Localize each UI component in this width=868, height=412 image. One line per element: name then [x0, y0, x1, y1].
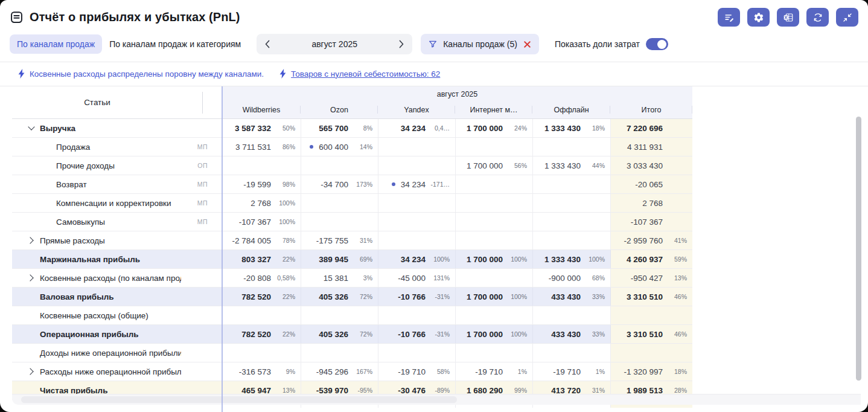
- column-header-2[interactable]: Ozon: [301, 101, 378, 118]
- value-cell[interactable]: 433 43033%: [532, 325, 610, 343]
- value-cell[interactable]: 3 711 53186%: [222, 138, 301, 156]
- column-header-6[interactable]: Итого: [610, 101, 692, 118]
- value-cell[interactable]: 1 333 430100%: [532, 250, 610, 268]
- value-cell[interactable]: 34 2340,4…: [378, 119, 455, 137]
- value-cell[interactable]: 389 94569%: [301, 250, 378, 268]
- tab-by-channels-and-categories[interactable]: По каналам продаж и категориям: [102, 34, 248, 54]
- value-cell[interactable]: -2 784 00578%: [222, 231, 301, 249]
- value-cell[interactable]: [222, 156, 301, 175]
- value-cell[interactable]: 34 234-171…: [378, 175, 455, 193]
- value-cell[interactable]: 7 220 696: [610, 119, 692, 137]
- value-cell[interactable]: -316 5739%: [222, 362, 301, 381]
- value-cell[interactable]: -10 766-31%: [378, 325, 455, 343]
- value-cell[interactable]: -20 065: [610, 175, 692, 193]
- value-cell[interactable]: [378, 213, 455, 231]
- value-cell[interactable]: 1 700 00024%: [455, 119, 532, 137]
- column-header-1[interactable]: Wildberries: [222, 101, 301, 118]
- value-cell[interactable]: [532, 194, 610, 212]
- notice-zero-cost-link[interactable]: Товаров с нулевой себестоимостью: 62: [279, 69, 440, 79]
- value-cell[interactable]: [378, 306, 455, 324]
- value-cell[interactable]: [222, 344, 301, 362]
- value-cell[interactable]: 4 260 93759%: [610, 250, 692, 268]
- value-cell[interactable]: -45 000131%: [378, 269, 455, 287]
- value-cell[interactable]: [455, 231, 532, 249]
- value-cell[interactable]: 2 768: [610, 194, 692, 212]
- chevron-right-icon[interactable]: [28, 275, 40, 281]
- value-cell[interactable]: [455, 306, 532, 324]
- value-cell[interactable]: 1 700 000100%: [455, 250, 532, 268]
- next-period-icon[interactable]: [398, 39, 404, 49]
- export-excel-button[interactable]: [777, 8, 799, 27]
- value-cell[interactable]: 4 311 931: [610, 138, 692, 156]
- value-cell[interactable]: 34 234100%: [378, 250, 455, 268]
- value-cell[interactable]: 782 52022%: [222, 288, 301, 306]
- value-cell[interactable]: [532, 344, 610, 362]
- value-cell[interactable]: [301, 306, 378, 324]
- value-cell[interactable]: -19 71058%: [378, 362, 455, 381]
- value-cell[interactable]: 1 700 000100%: [455, 325, 532, 343]
- value-cell[interactable]: 565 7008%: [301, 119, 378, 137]
- edit-columns-button[interactable]: [718, 8, 740, 27]
- value-cell[interactable]: 405 32672%: [301, 325, 378, 343]
- channels-filter-chip[interactable]: Каналы продаж (5): [421, 34, 539, 54]
- value-cell[interactable]: [455, 138, 532, 156]
- value-cell[interactable]: 600 40014%: [301, 138, 378, 156]
- value-cell[interactable]: 803 32722%: [222, 250, 301, 268]
- value-cell[interactable]: 1 333 43018%: [532, 119, 610, 137]
- chevron-down-icon[interactable]: [28, 125, 40, 131]
- value-cell[interactable]: -950 42713%: [610, 269, 692, 287]
- value-cell[interactable]: -107 367: [610, 213, 692, 231]
- horizontal-scrollbar-thumb[interactable]: [21, 396, 457, 403]
- value-cell[interactable]: [301, 213, 378, 231]
- vertical-scrollbar-thumb[interactable]: [856, 117, 861, 381]
- tab-by-channels[interactable]: По каналам продаж: [10, 34, 102, 54]
- value-cell[interactable]: [610, 344, 692, 362]
- value-cell[interactable]: -2 959 76041%: [610, 231, 692, 249]
- value-cell[interactable]: -19 7101%: [455, 362, 532, 381]
- period-label[interactable]: август 2025: [311, 39, 357, 49]
- value-cell[interactable]: -900 00068%: [532, 269, 610, 287]
- value-cell[interactable]: -20 8080,58%: [222, 269, 301, 287]
- value-cell[interactable]: [455, 194, 532, 212]
- value-cell[interactable]: [532, 138, 610, 156]
- value-cell[interactable]: 1 700 00056%: [455, 156, 532, 175]
- value-cell[interactable]: [301, 156, 378, 175]
- collapse-button[interactable]: [836, 8, 858, 27]
- value-cell[interactable]: -175 75531%: [301, 231, 378, 249]
- value-cell[interactable]: [455, 269, 532, 287]
- value-cell[interactable]: 2 768100%: [222, 194, 301, 212]
- chevron-right-icon[interactable]: [28, 237, 40, 243]
- value-cell[interactable]: -10 766-31%: [378, 288, 455, 306]
- value-cell[interactable]: -19 7101%: [532, 362, 610, 381]
- frozen-column-divider[interactable]: [222, 86, 223, 412]
- prev-period-icon[interactable]: [264, 39, 270, 49]
- settings-button[interactable]: [747, 8, 770, 27]
- value-cell[interactable]: [455, 213, 532, 231]
- value-cell[interactable]: [455, 175, 532, 193]
- value-cell[interactable]: 433 43033%: [532, 288, 610, 306]
- value-cell[interactable]: 15 3813%: [301, 269, 378, 287]
- value-cell[interactable]: -107 367100%: [222, 213, 301, 231]
- value-cell[interactable]: [378, 194, 455, 212]
- value-cell[interactable]: 3 587 33250%: [222, 119, 301, 137]
- column-header-3[interactable]: Yandex: [378, 101, 455, 118]
- value-cell[interactable]: [378, 231, 455, 249]
- value-cell[interactable]: [455, 344, 532, 362]
- value-cell[interactable]: [378, 156, 455, 175]
- clear-filter-icon[interactable]: [523, 40, 532, 49]
- value-cell[interactable]: [378, 344, 455, 362]
- value-cell[interactable]: -34 700173%: [301, 175, 378, 193]
- column-header-5[interactable]: Оффлайн: [532, 101, 610, 118]
- value-cell[interactable]: -945 296167%: [301, 362, 378, 381]
- chevron-right-icon[interactable]: [28, 369, 40, 375]
- value-cell[interactable]: -1 320 99718%: [610, 362, 692, 381]
- value-cell[interactable]: [532, 213, 610, 231]
- value-cell[interactable]: 3 310 51046%: [610, 288, 692, 306]
- cost-shares-toggle[interactable]: [646, 38, 668, 50]
- value-cell[interactable]: [532, 231, 610, 249]
- value-cell[interactable]: [301, 194, 378, 212]
- value-cell[interactable]: [222, 306, 301, 324]
- value-cell[interactable]: 405 32672%: [301, 288, 378, 306]
- value-cell[interactable]: [610, 306, 692, 324]
- value-cell[interactable]: [378, 138, 455, 156]
